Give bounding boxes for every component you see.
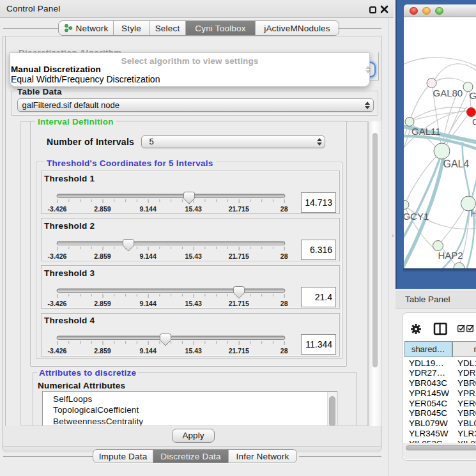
svg-text:GAL11: GAL11: [411, 126, 441, 137]
svg-text:GAL80: GAL80: [433, 88, 463, 98]
svg-text:GA: GA: [469, 90, 476, 101]
svg-text:GCY1: GCY1: [404, 211, 429, 222]
svg-text:HAP2: HAP2: [438, 250, 463, 261]
svg-text:GAL4: GAL4: [443, 158, 469, 169]
svg-text:H: H: [470, 208, 476, 219]
svg-text:C: C: [472, 116, 476, 127]
